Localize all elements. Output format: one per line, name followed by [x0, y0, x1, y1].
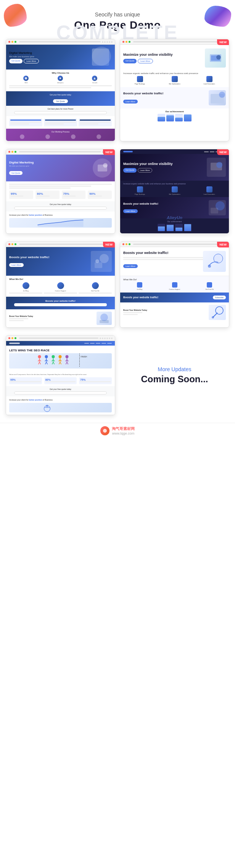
card2-boost-title: Boosts your website traffic! [123, 92, 163, 95]
svg-rect-18 [100, 320, 109, 323]
card1-plans-section [6, 116, 115, 129]
card5-what-title: What We Do! [9, 278, 112, 280]
card3-position-text: Increase your client for better position… [9, 214, 112, 217]
card2-feature-label-2: Site Optimization [169, 83, 180, 85]
card4-hero: Maximize your online visibility Get Quot… [120, 154, 229, 181]
card4-boost-btn[interactable]: Learn More [123, 209, 138, 213]
card4-achievement-bars [123, 224, 226, 231]
demo-card-4[interactable]: NEW Maximize your online visibility Get … [120, 149, 229, 234]
card4-hero-title: Maximize your online visibility [123, 162, 173, 166]
card5-what-section: What We Do! Jot Blog Custom Support [6, 276, 115, 297]
card2-features-section: Increase organic website traffic and enh… [120, 70, 229, 87]
coming-soon-title: Coming Soon... [141, 374, 208, 385]
card6-cta-btn[interactable]: Subscribe [213, 296, 226, 299]
card6-what-title: What We Do! [123, 278, 226, 281]
card2-features-title: Increase organic website traffic and enh… [123, 72, 226, 74]
svg-line-34 [45, 362, 47, 364]
card3-search-bar[interactable] [14, 207, 106, 210]
card4-boost-title: Boosts your website traffic! [123, 202, 158, 205]
card1-plan-3 [79, 118, 112, 126]
achievement-bar-1 [158, 114, 165, 121]
card4-feature-label-2: Site Optimization [158, 193, 191, 195]
card4-feature-1: Page Rankings [123, 186, 156, 195]
card3-search-section: Get your free quote today [6, 201, 115, 212]
card2-boost-section: Boosts your website traffic! Learn More [120, 87, 229, 108]
card5-cta-search[interactable] [14, 303, 106, 306]
svg-point-30 [45, 355, 48, 358]
card1-hero-title: Digital Marketing [9, 51, 39, 55]
card1-cta-btn[interactable]: Get Quote [53, 99, 68, 103]
card5-service-label-2: Custom Support [55, 290, 66, 292]
card1-btn-more[interactable]: Learn More [24, 59, 39, 63]
browser-dot-red [8, 41, 10, 43]
demo-card-1[interactable]: Digital Marketing We make your business … [6, 39, 115, 141]
card7-position-text: Increase your client for better position… [9, 399, 112, 401]
card6-hero: Boosts your website traffic! Learn More [120, 247, 229, 276]
card7-hero: LETS WINS THE SEO RACE [6, 346, 115, 372]
card6-service-label-1: Jot Blog [123, 288, 156, 290]
card2-feature-label-3: Lead Generation [204, 83, 215, 85]
card7-cta-text: Get your free quote today [9, 388, 112, 390]
card1-hero-section: Digital Marketing We make your business … [6, 45, 115, 70]
card5-hero-btn[interactable]: Learn More [9, 263, 24, 267]
browser-bar-7 [6, 336, 115, 341]
card2-btn-more[interactable]: Learn More [138, 59, 153, 63]
card1-icons-row: SEO Analytics Growth [9, 76, 112, 84]
svg-point-48 [66, 355, 69, 358]
card6-services: Jot Blog Custom Support Get Free Kit [123, 282, 226, 290]
svg-point-0 [25, 77, 27, 79]
card2-hero-image [205, 48, 226, 68]
footer-content: 淘气哥素材网 www.tqge.com [3, 426, 232, 435]
card4-btn1[interactable]: Get Quote [123, 168, 137, 173]
browser-dot-green [14, 41, 16, 43]
card2-feature-icon-3 [206, 76, 212, 82]
svg-line-53 [67, 362, 68, 364]
card1-icon-2: Analytics [57, 76, 63, 84]
demo-card-7[interactable]: LETS WINS THE SEO RACE [6, 335, 115, 415]
card6-cta-text: Boosts your website traffic! [123, 296, 158, 299]
card3-hero: Digital Marketing We make your business … [6, 155, 115, 181]
card6-hero-btn[interactable]: Learn More [123, 264, 138, 268]
card2-btn-quote[interactable]: Get Quote [123, 59, 137, 63]
card7-search-bar[interactable] [14, 391, 106, 394]
card2-feature-1: Page Rankings [123, 76, 156, 85]
svg-point-9 [103, 163, 108, 168]
demo-card-3[interactable]: NEW Digital Marketing We make your busin… [6, 149, 115, 234]
card6-service-label-3: Get Free Kit [193, 288, 226, 290]
card4-hero-image [207, 158, 226, 177]
card4-logo [123, 151, 133, 152]
svg-rect-1 [60, 78, 61, 79]
card1-btn-quote[interactable]: Get Quote [9, 59, 23, 63]
demo-row-2: NEW Digital Marketing We make your busin… [0, 145, 235, 238]
card7-stat-2: 80% [44, 377, 77, 384]
svg-rect-15 [95, 262, 102, 268]
svg-point-14 [100, 254, 109, 263]
card1-search-section: Get best plans for more Power [6, 106, 115, 116]
card7-nav [6, 341, 115, 346]
demo-card-5[interactable]: NEW Boosts your website traffic! Learn M… [6, 241, 115, 328]
card1-working-icons [9, 134, 112, 139]
svg-point-24 [38, 355, 41, 358]
card7-hero-illustration: FINISH [9, 353, 112, 369]
svg-text:FINISH: FINISH [81, 356, 87, 358]
card1-working-title: Our Working Process [9, 131, 112, 133]
footer-watermark: 淘气哥素材网 [112, 426, 135, 432]
card7-nav-links [84, 343, 112, 344]
card2-boost-btn[interactable]: Learn More [123, 100, 138, 103]
card4-btn2[interactable]: Learn More [138, 168, 152, 173]
demo-card-6[interactable]: NEW B [120, 241, 229, 328]
card1-search-bar[interactable] [14, 111, 106, 114]
card4-features: Increase organic website traffic and enh… [120, 181, 229, 197]
card6-service-2: Custom Support [158, 282, 191, 290]
card5-boost-today-title: Boost Your Website Today [9, 315, 33, 317]
footer-section: 淘气哥素材网 www.tqge.com [0, 423, 235, 438]
svg-line-47 [60, 362, 61, 364]
card2-feature-2: Site Optimization [158, 76, 191, 85]
card5-service-2: Custom Support [44, 282, 77, 294]
demo-card-2[interactable]: NEW Maximize your online visibility Get … [120, 39, 229, 141]
card5-cta-title: Boosts your website traffic! [9, 300, 112, 302]
card7-stat-3: 75% [79, 377, 112, 384]
card2-achievement-bars [123, 114, 226, 121]
card3-cta-btn[interactable]: Get Quote [9, 171, 23, 175]
card1-cta-section: Get your free quote today Get Quote [6, 91, 115, 106]
